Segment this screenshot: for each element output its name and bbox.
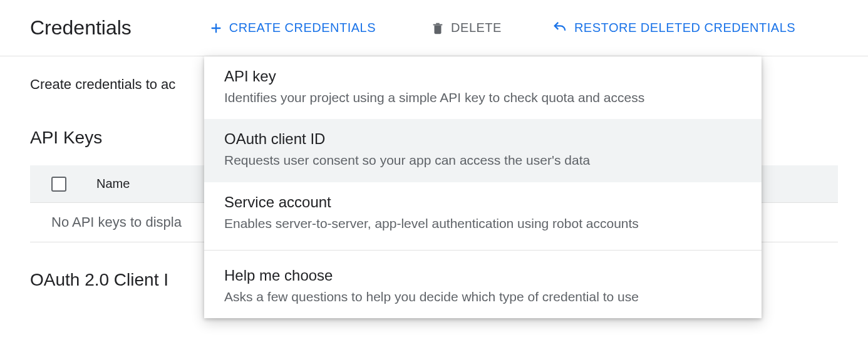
plus-icon xyxy=(209,21,223,35)
delete-button[interactable]: Delete xyxy=(421,16,512,41)
menu-item-oauth-client-id[interactable]: OAuth client IDRequests user consent so … xyxy=(204,119,762,182)
menu-item-title: OAuth client ID xyxy=(224,130,741,148)
menu-item-help-me-choose[interactable]: Help me chooseAsks a few questions to he… xyxy=(204,256,762,318)
select-all-checkbox[interactable] xyxy=(51,177,66,192)
menu-item-api-key[interactable]: API keyIdentifies your project using a s… xyxy=(204,56,762,119)
toolbar: Credentials Create Credentials Delete Re… xyxy=(0,0,868,56)
undo-icon xyxy=(552,21,568,35)
menu-item-desc: Requests user consent so your app can ac… xyxy=(224,152,741,169)
trash-icon xyxy=(431,21,445,36)
menu-divider xyxy=(204,250,762,251)
page-title: Credentials xyxy=(30,16,132,39)
menu-item-desc: Enables server-to-server, app-level auth… xyxy=(224,215,741,232)
menu-item-title: API key xyxy=(224,68,741,85)
restore-deleted-label: Restore Deleted Credentials xyxy=(574,21,795,35)
menu-item-service-account[interactable]: Service accountEnables server-to-server,… xyxy=(204,182,762,245)
column-name-header: Name xyxy=(96,177,130,191)
create-credentials-label: Create Credentials xyxy=(229,21,376,35)
restore-deleted-button[interactable]: Restore Deleted Credentials xyxy=(542,16,805,40)
menu-item-title: Help me choose xyxy=(224,267,741,284)
create-credentials-menu: API keyIdentifies your project using a s… xyxy=(204,56,762,318)
create-credentials-button[interactable]: Create Credentials xyxy=(199,16,386,40)
delete-label: Delete xyxy=(451,21,502,35)
menu-item-desc: Asks a few questions to help you decide … xyxy=(224,288,741,306)
menu-item-title: Service account xyxy=(224,194,741,211)
menu-item-desc: Identifies your project using a simple A… xyxy=(224,89,741,106)
